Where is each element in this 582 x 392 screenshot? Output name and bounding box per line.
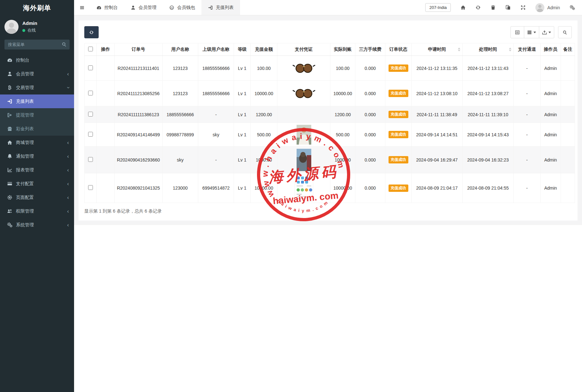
- tab-member-wallet[interactable]: cc会员钱包: [163, 0, 201, 15]
- sidebar-item-notification-management[interactable]: 通知管理‹: [0, 149, 74, 163]
- cell-process_time: 2024-08-09 21:04:55: [463, 173, 514, 203]
- sidebar-item-recharge-list[interactable]: 充值列表: [0, 94, 74, 108]
- detail-view-button[interactable]: [510, 26, 524, 38]
- menu-search-input[interactable]: [4, 40, 70, 49]
- tab-recharge-list[interactable]: 充值列表: [201, 0, 240, 15]
- sidebar-item-link[interactable]: 控制台: [0, 53, 74, 67]
- sidebar-item-link[interactable]: 报表管理‹: [0, 163, 74, 177]
- cell-operator: Admin: [540, 123, 561, 147]
- column-header-process_time[interactable]: 处理时间: [463, 43, 514, 56]
- row-checkbox[interactable]: [88, 132, 93, 137]
- cell-apply_time: 2024-09-04 16:29:47: [412, 147, 463, 173]
- gift-icon: [7, 126, 12, 132]
- sidebar-item-permission-management[interactable]: 权限管理‹: [0, 204, 74, 218]
- cell-op: [97, 56, 115, 81]
- hamburger-icon[interactable]: [74, 0, 90, 15]
- cell-fee: 0.000: [355, 147, 385, 173]
- refresh-table-button[interactable]: [84, 26, 99, 38]
- sidebar-item-link[interactable]: 商城管理‹: [0, 136, 74, 149]
- cell-amount: 10000.00: [251, 81, 277, 106]
- column-header-remark: 备注: [561, 43, 575, 56]
- sidebar-item-link[interactable]: 权限管理‹: [0, 204, 74, 218]
- chart-line-icon: [7, 167, 12, 173]
- tab-member-management[interactable]: 会员管理: [124, 0, 163, 15]
- payment-voucher-image[interactable]: [279, 125, 329, 145]
- sidebar-item-link[interactable]: 充值列表: [0, 94, 74, 108]
- cell-username: 18855556666: [163, 106, 198, 123]
- sidebar-item-link[interactable]: 提现管理: [0, 108, 74, 122]
- sidebar-item-link[interactable]: 系统管理‹: [0, 218, 74, 232]
- cell-order_no: R2024080921041325: [115, 173, 163, 203]
- payment-voucher-image[interactable]: [279, 60, 329, 77]
- cell-status: 充值成功: [385, 123, 412, 147]
- sidebar-item-link[interactable]: 支付配置‹: [0, 177, 74, 191]
- cell-apply_time: 2024-09-14 14:14:51: [412, 123, 463, 147]
- clear-cache-icon[interactable]: [505, 5, 511, 10]
- tab-label: 充值列表: [216, 5, 234, 11]
- sidebar-item-system-management[interactable]: 系统管理‹: [0, 218, 74, 232]
- column-header-label: 等级: [238, 47, 247, 52]
- status-badge: 充值成功: [389, 90, 408, 97]
- cell-order_no: R2024111111386123: [115, 106, 163, 123]
- topnav-right: 207-India Admin: [425, 0, 582, 15]
- table-row: R202408092104132512300069949514872Lv 110…: [85, 173, 575, 203]
- status-badge: 充值成功: [389, 156, 408, 163]
- row-checkbox[interactable]: [88, 157, 93, 162]
- trash-icon[interactable]: [490, 5, 496, 10]
- table-row: R202411121311140112312318855556666Lv 110…: [85, 56, 575, 81]
- sidebar-item-page-config[interactable]: 页面配置‹: [0, 191, 74, 204]
- cell-process_time: 2024-11-12 13:08:27: [463, 81, 514, 106]
- cell-level: Lv 1: [234, 173, 251, 203]
- payment-voucher-image[interactable]: [279, 85, 329, 102]
- sidebar-item-label: 会员管理: [16, 71, 34, 77]
- sidebar-item-label: 报表管理: [16, 167, 34, 173]
- region-selector[interactable]: 207-India: [425, 3, 451, 12]
- sidebar-item-report-management[interactable]: 报表管理‹: [0, 163, 74, 177]
- sidebar-item-bonus-list[interactable]: 彩金列表: [0, 122, 74, 136]
- sidebar-item-link[interactable]: 会员管理‹: [0, 67, 74, 81]
- tab-label: 会员钱包: [177, 5, 195, 11]
- sidebar-item-link[interactable]: 交易管理‹: [0, 81, 74, 94]
- row-checkbox[interactable]: [88, 65, 93, 70]
- sidebar-item-mall-management[interactable]: 商城管理‹: [0, 136, 74, 149]
- user-status: 在线: [22, 27, 37, 33]
- sidebar-item-label: 提现管理: [16, 112, 34, 118]
- cell-remark: [561, 56, 575, 81]
- columns-dropdown-button[interactable]: [524, 26, 539, 38]
- home-icon[interactable]: [460, 5, 466, 10]
- sidebar-item-label: 页面配置: [16, 195, 34, 200]
- cell-remark: [561, 81, 575, 106]
- cell-op: [97, 173, 115, 203]
- sidebar-item-payment-config[interactable]: 支付配置‹: [0, 177, 74, 191]
- sidebar: 海外刷单 Admin 在线 控制台会员管理‹交易管理‹充值列表提现管理彩金列表商…: [0, 0, 74, 392]
- sidebar-menu: 控制台会员管理‹交易管理‹充值列表提现管理彩金列表商城管理‹通知管理‹报表管理‹…: [0, 53, 74, 232]
- sidebar-item-link[interactable]: 通知管理‹: [0, 149, 74, 163]
- sidebar-item-member-management[interactable]: 会员管理‹: [0, 67, 74, 81]
- settings-gears-icon[interactable]: [570, 5, 575, 10]
- refresh-icon[interactable]: [475, 5, 481, 10]
- cell-received: 500.00: [330, 123, 355, 147]
- row-checkbox[interactable]: [88, 185, 93, 190]
- sidebar-item-console[interactable]: 控制台: [0, 53, 74, 67]
- column-header-apply_time[interactable]: 申请时间: [412, 43, 463, 56]
- chevron-left-icon: ‹: [67, 195, 69, 200]
- user-menu[interactable]: Admin: [535, 3, 560, 12]
- cell-received: 1200.00: [330, 106, 355, 123]
- tab-console[interactable]: 控制台: [90, 0, 124, 15]
- export-dropdown-button[interactable]: [539, 26, 554, 38]
- cell-channel: -: [514, 81, 540, 106]
- payment-voucher-image[interactable]: [279, 149, 329, 171]
- fullscreen-icon[interactable]: [520, 5, 526, 10]
- row-checkbox[interactable]: [88, 91, 93, 95]
- sidebar-item-transaction-management[interactable]: 交易管理‹: [0, 81, 74, 94]
- sidebar-item-link[interactable]: 页面配置‹: [0, 191, 74, 204]
- table-row: R202409141414649909988778899skyLv 1500.0…: [85, 123, 575, 147]
- sidebar-item-link[interactable]: 彩金列表: [0, 122, 74, 136]
- search-toggle-button[interactable]: [558, 26, 572, 38]
- sidebar-item-withdraw-management[interactable]: 提现管理: [0, 108, 74, 122]
- refresh-icon: [89, 30, 94, 35]
- select-all-checkbox[interactable]: [88, 47, 93, 51]
- cell-amount: 100.00: [251, 56, 277, 81]
- payment-voucher-image[interactable]: [279, 175, 329, 201]
- row-checkbox[interactable]: [88, 112, 93, 117]
